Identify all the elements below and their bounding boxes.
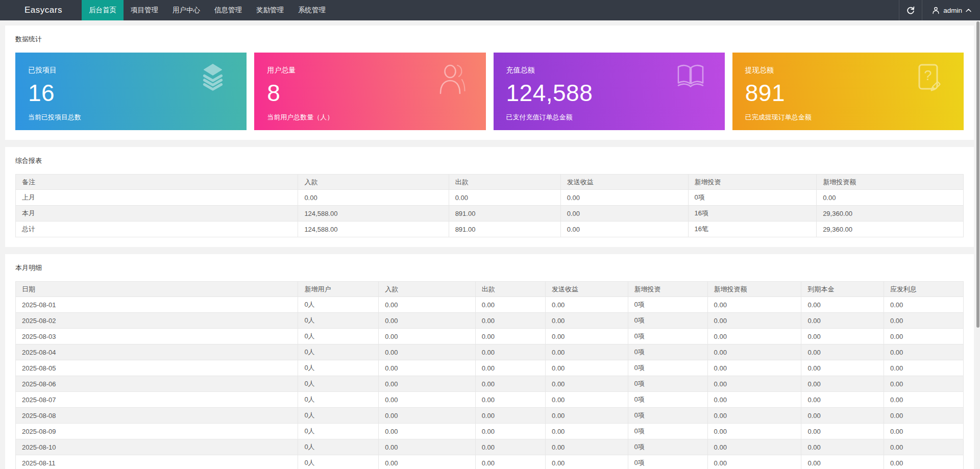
menu-item-6[interactable]: 系统管理	[291, 0, 333, 20]
scrollbar-thumb[interactable]	[976, 21, 979, 328]
menu-item-5[interactable]: 奖励管理	[249, 0, 291, 20]
table-row: 2025-08-030人0.000.000.000项0.000.000.00	[16, 329, 964, 344]
app-logo[interactable]: Easycars	[0, 0, 82, 20]
table-row: 2025-08-010人0.000.000.000项0.000.000.00	[16, 297, 964, 313]
table-cell: 0人	[298, 329, 379, 344]
table-row: 2025-08-100人0.000.000.000项0.000.000.00	[16, 439, 964, 455]
table-cell: 0.00	[884, 439, 963, 455]
table-cell: 0.00	[707, 392, 801, 408]
table-cell: 0.00	[546, 344, 628, 360]
table-cell: 2025-08-02	[16, 313, 298, 329]
stat-card: 已投项目16当前已投项目总数	[15, 53, 247, 130]
table-cell: 0.00	[546, 392, 628, 408]
table-cell: 0.00	[707, 297, 801, 313]
column-header: 新增投资额	[817, 175, 964, 190]
username-label: admin	[943, 7, 962, 14]
svg-text:?: ?	[924, 68, 932, 83]
table-cell: 0.00	[379, 408, 475, 424]
table-cell: 0.00	[379, 455, 475, 469]
table-cell: 0人	[298, 439, 379, 455]
table-cell: 0.00	[707, 313, 801, 329]
table-cell: 0.00	[801, 376, 884, 392]
user-menu[interactable]: admin	[922, 0, 980, 20]
page-scrollbar[interactable]	[976, 20, 980, 469]
table-row: 2025-08-080人0.000.000.000项0.000.000.00	[16, 408, 964, 424]
stat-cards-row: 已投项目16当前已投项目总数用户总量8当前用户总数量（人）充值总额124,588…	[15, 53, 964, 130]
table-cell: 2025-08-06	[16, 376, 298, 392]
month-detail-panel: 本月明细 日期新增用户入款出款发送收益新增投资新增投资额到期本金应发利息2025…	[5, 254, 974, 469]
table-cell: 0人	[298, 408, 379, 424]
navbar-right: admin	[899, 0, 980, 20]
table-cell: 0项	[628, 439, 707, 455]
table-cell: 0.00	[884, 344, 963, 360]
table-cell: 0.00	[379, 297, 475, 313]
table-cell: 0.00	[475, 376, 545, 392]
summary-report-table: 备注入款出款发送收益新增投资新增投资额上月0.000.000.000项0.00本…	[15, 174, 964, 237]
table-cell: 0项	[628, 455, 707, 469]
table-cell: 124,588.00	[298, 221, 449, 237]
table-cell: 0.00	[475, 424, 545, 439]
table-row: 总计124,588.00891.000.0016笔29,360.00	[16, 221, 964, 237]
table-cell: 0人	[298, 297, 379, 313]
menu-item-4[interactable]: 信息管理	[207, 0, 249, 20]
table-row: 本月124,588.00891.000.0016项29,360.00	[16, 206, 964, 221]
table-cell: 0.00	[801, 297, 884, 313]
stat-card: 提现总额891已完成提现订单总金额?	[732, 53, 964, 130]
table-cell: 0.00	[801, 408, 884, 424]
menu-item-2[interactable]: 项目管理	[124, 0, 165, 20]
table-cell: 0.00	[884, 392, 963, 408]
table-cell: 0.00	[298, 190, 449, 206]
person-icon	[932, 6, 940, 15]
table-cell: 0人	[298, 455, 379, 469]
table-cell: 0.00	[560, 221, 688, 237]
table-cell: 0项	[628, 329, 707, 344]
table-cell: 0.00	[707, 439, 801, 455]
stats-panel-title: 数据统计	[15, 35, 964, 44]
column-header: 日期	[16, 282, 298, 297]
table-cell: 0.00	[817, 190, 964, 206]
table-cell: 0.00	[801, 329, 884, 344]
table-cell: 0.00	[379, 344, 475, 360]
column-header: 新增用户	[298, 282, 379, 297]
table-cell: 0.00	[546, 424, 628, 439]
table-cell: 0项	[628, 408, 707, 424]
table-cell: 0.00	[884, 329, 963, 344]
table-cell: 0.00	[884, 424, 963, 439]
stat-card-subtitle: 已完成提现订单总金额	[745, 113, 951, 122]
table-cell: 2025-08-04	[16, 344, 298, 360]
table-cell: 0.00	[546, 455, 628, 469]
table-cell: 0.00	[884, 408, 963, 424]
stat-card: 用户总量8当前用户总数量（人）	[254, 53, 485, 130]
refresh-button[interactable]	[899, 0, 922, 20]
month-detail-table: 日期新增用户入款出款发送收益新增投资新增投资额到期本金应发利息2025-08-0…	[15, 281, 964, 469]
stat-card-subtitle: 已支付充值订单总金额	[506, 113, 712, 122]
table-cell: 2025-08-09	[16, 424, 298, 439]
table-cell: 0.00	[707, 408, 801, 424]
table-cell: 本月	[16, 206, 298, 221]
book-icon	[676, 63, 705, 90]
table-cell: 0项	[628, 424, 707, 439]
table-row: 2025-08-040人0.000.000.000项0.000.000.00	[16, 344, 964, 360]
menu-item-3[interactable]: 用户中心	[165, 0, 207, 20]
table-cell: 0.00	[560, 206, 688, 221]
table-cell: 0.00	[475, 360, 545, 376]
menu-item-1[interactable]: 后台首页	[82, 0, 124, 20]
table-cell: 0.00	[801, 424, 884, 439]
table-cell: 0.00	[546, 313, 628, 329]
column-header: 出款	[475, 282, 545, 297]
table-cell: 0项	[688, 190, 817, 206]
stat-card: 充值总额124,588已支付充值订单总金额	[494, 53, 725, 130]
page-content: 数据统计 已投项目16当前已投项目总数用户总量8当前用户总数量（人）充值总额12…	[0, 20, 980, 469]
table-cell: 0项	[628, 376, 707, 392]
table-cell: 124,588.00	[298, 206, 449, 221]
summary-report-title: 综合报表	[15, 156, 964, 165]
table-cell: 0人	[298, 424, 379, 439]
table-cell: 0.00	[801, 455, 884, 469]
table-cell: 0.00	[801, 344, 884, 360]
table-cell: 0.00	[546, 376, 628, 392]
table-cell: 0.00	[801, 392, 884, 408]
chevron-up-icon	[965, 7, 972, 14]
table-cell: 891.00	[449, 221, 560, 237]
table-row: 上月0.000.000.000项0.00	[16, 190, 964, 206]
top-navbar: Easycars 后台首页项目管理用户中心信息管理奖励管理系统管理 admin	[0, 0, 980, 20]
